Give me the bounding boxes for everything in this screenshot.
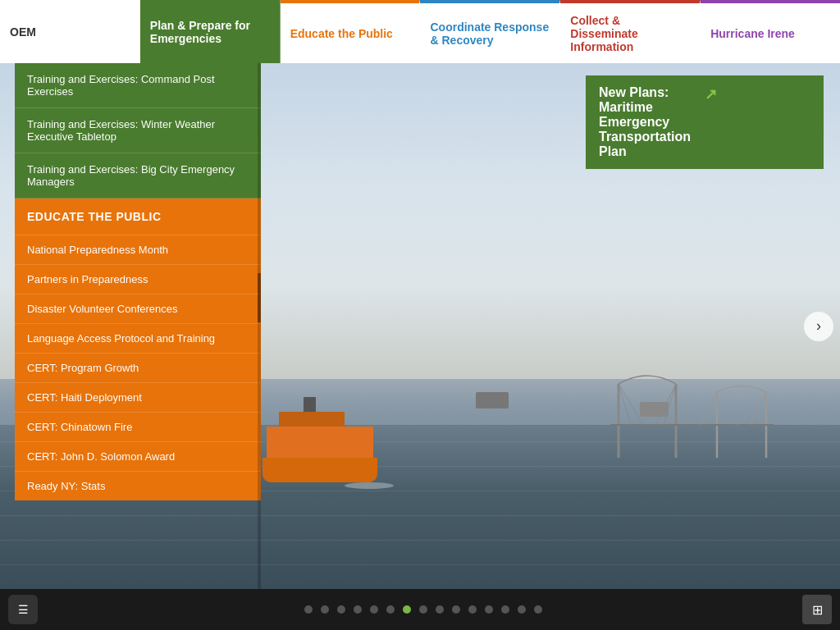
slide-dot-15[interactable] bbox=[534, 605, 542, 614]
top-navigation: OEM Plan & Prepare for Emergencies Educa… bbox=[0, 0, 840, 63]
nav-label-oem: OEM bbox=[10, 25, 36, 39]
next-slide-button[interactable]: › bbox=[804, 312, 833, 341]
external-link-icon: ↗ bbox=[705, 85, 810, 98]
grid-icon: ⊞ bbox=[812, 602, 823, 618]
slide-dot-3[interactable] bbox=[337, 605, 345, 614]
sidebar-item-cert-solomon[interactable]: CERT: John D. Solomon Award bbox=[15, 441, 261, 471]
nav-item-plan[interactable]: Plan & Prepare for Emergencies bbox=[140, 0, 281, 63]
nav-item-educate[interactable]: Educate the Public bbox=[281, 0, 421, 63]
taskbar-right: ⊞ bbox=[802, 595, 832, 624]
sidebar-item-language-access[interactable]: Language Access Protocol and Training bbox=[15, 323, 261, 353]
svg-line-11 bbox=[737, 392, 766, 425]
sidebar: Training and Exercises: Command Post Exe… bbox=[15, 63, 261, 589]
nav-label-hurricane: Hurricane Irene bbox=[710, 27, 795, 40]
nav-label-coordinate: Coordinate Response & Recovery bbox=[430, 21, 550, 47]
slide-dot-13[interactable] bbox=[501, 605, 509, 614]
sidebar-item-command-post[interactable]: Training and Exercises: Command Post Exe… bbox=[15, 63, 261, 108]
sidebar-item-disaster-volunteer[interactable]: Disaster Volunteer Conferences bbox=[15, 294, 261, 323]
svg-line-6 bbox=[619, 384, 631, 425]
svg-line-9 bbox=[701, 392, 717, 425]
menu-icon: ☰ bbox=[18, 603, 29, 616]
slide-dot-2[interactable] bbox=[321, 605, 329, 614]
slide-dot-11[interactable] bbox=[468, 605, 477, 614]
slide-dot-12[interactable] bbox=[485, 605, 493, 614]
slide-dot-5[interactable] bbox=[370, 605, 378, 614]
sidebar-item-cert-haiti[interactable]: CERT: Haiti Deployment bbox=[15, 382, 261, 412]
sidebar-green-section: Training and Exercises: Command Post Exe… bbox=[15, 63, 261, 199]
nav-label-plan: Plan & Prepare for Emergencies bbox=[150, 19, 270, 45]
taskbar: ☰ ⊞ bbox=[0, 589, 840, 630]
sidebar-item-partners-preparedness[interactable]: Partners in Preparedness bbox=[15, 264, 261, 294]
sidebar-scrollbar-track[interactable] bbox=[258, 63, 261, 589]
sidebar-item-ready-ny[interactable]: Ready NY: Stats bbox=[15, 471, 261, 500]
slide-dot-7[interactable] bbox=[403, 605, 411, 614]
bridge-silhouette bbox=[610, 359, 774, 458]
taskbar-grid-button[interactable]: ⊞ bbox=[802, 595, 832, 624]
sidebar-item-cert-program-growth[interactable]: CERT: Program Growth bbox=[15, 353, 261, 382]
nav-label-educate: Educate the Public bbox=[290, 27, 393, 40]
nav-item-coordinate[interactable]: Coordinate Response & Recovery bbox=[420, 0, 560, 63]
sidebar-item-winter-weather[interactable]: Training and Exercises: Winter Weather E… bbox=[15, 108, 261, 153]
nav-item-oem[interactable]: OEM bbox=[0, 0, 140, 63]
slide-dot-9[interactable] bbox=[436, 605, 444, 614]
sidebar-scrollbar-thumb[interactable] bbox=[258, 273, 261, 322]
nav-item-collect[interactable]: Collect & Disseminate Information bbox=[560, 0, 701, 63]
slide-dot-14[interactable] bbox=[518, 605, 526, 614]
slide-dot-8[interactable] bbox=[419, 605, 427, 614]
green-banner[interactable]: New Plans: Maritime Emergency Transporta… bbox=[586, 75, 824, 169]
slide-dot-10[interactable] bbox=[452, 605, 460, 614]
ferry-boat bbox=[262, 417, 377, 482]
sidebar-item-cert-chinatown[interactable]: CERT: Chinatown Fire bbox=[15, 412, 261, 441]
chevron-right-icon: › bbox=[816, 317, 821, 335]
nav-label-collect: Collect & Disseminate Information bbox=[570, 14, 690, 53]
taskbar-dots-container bbox=[44, 605, 802, 614]
sidebar-orange-section: EDUCATE THE PUBLIC National Preparedness… bbox=[15, 199, 261, 500]
sidebar-section-header: EDUCATE THE PUBLIC bbox=[15, 199, 261, 235]
slide-dot-6[interactable] bbox=[386, 605, 395, 614]
sidebar-item-big-city[interactable]: Training and Exercises: Big City Emergen… bbox=[15, 153, 261, 199]
banner-text: New Plans: Maritime Emergency Transporta… bbox=[599, 85, 705, 159]
slide-dot-4[interactable] bbox=[354, 605, 362, 614]
taskbar-menu-button[interactable]: ☰ bbox=[8, 595, 38, 624]
nav-item-hurricane[interactable]: Hurricane Irene bbox=[701, 0, 840, 63]
sidebar-item-national-preparedness[interactable]: National Preparedness Month bbox=[15, 235, 261, 264]
main-content: New Plans: Maritime Emergency Transporta… bbox=[0, 63, 840, 589]
slide-dot-1[interactable] bbox=[304, 605, 313, 614]
